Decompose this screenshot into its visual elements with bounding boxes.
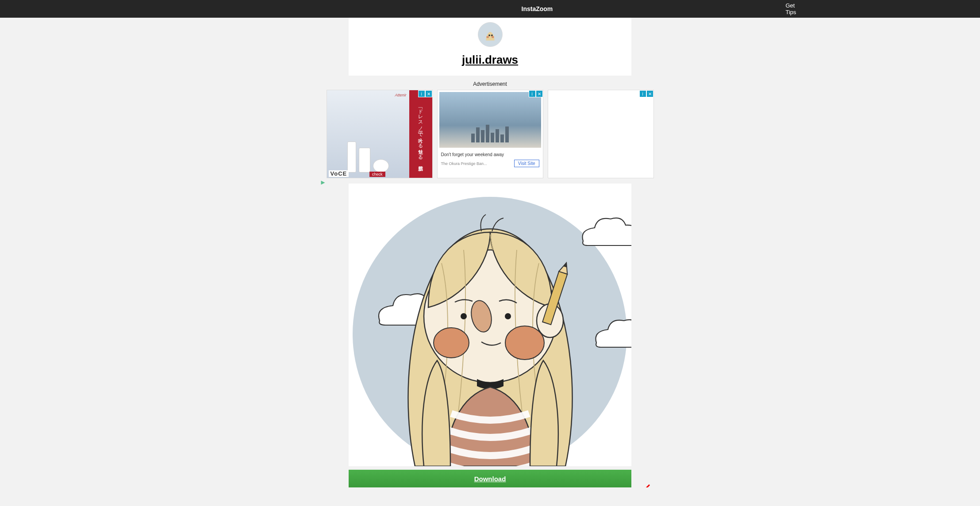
adchoices-icon[interactable]: [320, 179, 326, 184]
svg-point-2: [491, 34, 492, 36]
ad-info-icon[interactable]: i: [639, 90, 646, 97]
ad2-image: [439, 92, 541, 148]
ad-close-icon[interactable]: ✕: [646, 90, 653, 97]
ad1-visual: Attenir VoCE check: [327, 90, 409, 178]
ads-row: i ✕ Attenir VoCE check 「ドレスノー」で叶える魅せる、新雪…: [327, 90, 654, 178]
main-content: julii.draws Advertisement i ✕ Attenir Vo…: [0, 18, 980, 487]
profile-illustration: [349, 184, 631, 466]
ad-slot-3[interactable]: i ✕: [548, 90, 654, 178]
ad-close-controls: i ✕: [418, 90, 432, 97]
ad-close-controls: i ✕: [639, 90, 653, 97]
brand-logo-link[interactable]: InstaZoom: [522, 5, 553, 12]
svg-point-1: [488, 34, 490, 36]
ad-info-icon[interactable]: i: [529, 90, 536, 97]
ad2-source-text: The Okura Prestige Ban...: [441, 161, 487, 166]
ad-slot-2[interactable]: i ✕ Ad Don't forget your weekend away: [437, 90, 543, 178]
advertisement-label: Advertisement: [473, 81, 507, 87]
profile-username-link[interactable]: julii.draws: [462, 53, 518, 67]
ad-close-icon[interactable]: ✕: [536, 90, 543, 97]
top-nav-bar: InstaZoom Get Tips: [0, 0, 980, 18]
svg-point-3: [486, 36, 489, 38]
svg-line-17: [631, 485, 649, 487]
ad-close-controls: i ✕: [529, 90, 543, 97]
ad1-magazine-logo: VoCE: [329, 170, 349, 177]
profile-avatar-thumbnail[interactable]: [478, 22, 503, 47]
ad1-tagline: 「ドレスノー」で叶える魅せる、新雪肌: [409, 90, 432, 178]
download-button[interactable]: Download: [349, 470, 631, 487]
profile-card: julii.draws: [349, 18, 631, 76]
ad-close-icon[interactable]: ✕: [425, 90, 432, 97]
ad-info-icon[interactable]: i: [418, 90, 425, 97]
svg-point-16: [505, 326, 544, 360]
avatar-icon: [478, 22, 502, 47]
svg-point-13: [461, 313, 467, 319]
ad2-visit-site-button[interactable]: Visit Site: [514, 160, 539, 167]
get-tips-link[interactable]: Get Tips: [786, 2, 807, 15]
ad-slot-1[interactable]: i ✕ Attenir VoCE check 「ドレスノー」で叶える魅せる、新雪…: [327, 90, 433, 178]
svg-point-4: [491, 36, 494, 38]
ad2-headline: Don't forget your weekend away: [438, 150, 543, 160]
profile-picture-large[interactable]: [349, 184, 631, 466]
ad1-products: [347, 142, 389, 172]
svg-point-14: [505, 313, 511, 319]
svg-point-15: [434, 328, 469, 358]
ad1-check-badge: check: [369, 172, 385, 177]
ad1-brand-text: Attenir: [395, 93, 406, 97]
